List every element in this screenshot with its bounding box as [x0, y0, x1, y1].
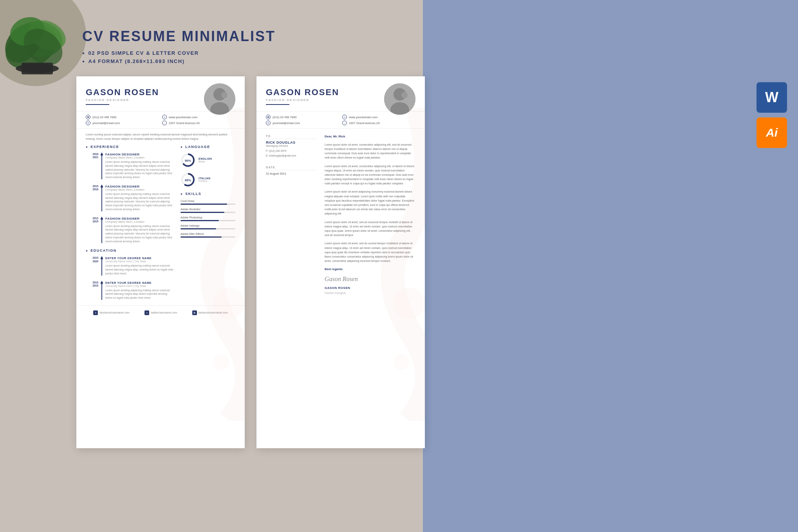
- social-twitter: t twitter/username.com: [144, 310, 177, 315]
- plant-decoration: [0, 0, 78, 106]
- letter-to-label: TO: [266, 134, 317, 139]
- recipient-title: Managing Director: [266, 144, 317, 147]
- skill-photoshop: Adobe Photoshop: [181, 216, 235, 221]
- cv-right-column: LANGUAGE 90% ENGLISH Basic: [181, 145, 235, 305]
- letter-to-section: TO RICK DOUGLAS Managing Director P: (01…: [266, 134, 317, 158]
- letter-header: GASON ROSEN FASHION DESIGNER: [256, 76, 425, 111]
- letter-signature: Gason Rosen: [325, 274, 415, 284]
- phone-value: (012) 03 456 7890: [92, 115, 116, 119]
- language-section-title: LANGUAGE: [181, 145, 235, 149]
- cv-summary: Lorem eunting ipsum euismod adipisc naru…: [76, 129, 245, 145]
- contact-website: ⊙ www.yourdomain.com: [162, 115, 235, 119]
- svg-point-25: [401, 92, 408, 98]
- skill-indesign: Adobe Indesign: [181, 224, 235, 229]
- recipient-phone: P: (012) 030 3579: [266, 149, 317, 153]
- contact-phone: ☎ (012) 03 456 7890: [86, 115, 159, 119]
- cv-left-column: EXPERIENCE 20182021 FASHION DESIGNER Com…: [86, 145, 174, 305]
- edu-bar-2: [101, 281, 102, 300]
- letter-email-value: yourmail@email.com: [273, 121, 300, 125]
- skill-photoshop-bar: [181, 220, 219, 221]
- exp-company-1: Company Name Here | Location: [105, 156, 174, 159]
- behance-icon: B: [192, 310, 197, 315]
- page-title: CV RESUME MINIMALIST: [82, 28, 276, 45]
- edu-year-2: 20102015: [86, 281, 98, 300]
- pages-container: GASON ROSEN FASHION DESIGNER ☎ (012) 03 …: [76, 76, 425, 448]
- language-english-chart: 90%: [181, 153, 195, 168]
- language-english-level: Basic: [199, 160, 212, 163]
- language-italian-name: ITALIAN: [199, 177, 211, 180]
- edu-desc-1: Lorem ipsum ameting adipiscing matting n…: [105, 264, 174, 275]
- experience-section-title: EXPERIENCE: [86, 145, 174, 149]
- experience-item-1: 20182021 FASHION DESIGNER Company Name H…: [86, 153, 174, 179]
- edu-year-1: 20152020: [86, 256, 98, 275]
- skill-aftereffects-bar-bg: [181, 236, 235, 238]
- letter-para-4: Lorem ipsum dolor sit amet, sed do eiusm…: [325, 220, 415, 238]
- letter-contact-email: ✉ yourmail@email.com: [266, 121, 339, 125]
- website-value: www.yourdomain.com: [169, 115, 197, 119]
- skill-illustrator: Adobe Illustrator: [181, 208, 235, 213]
- letter-phone-value: (012) 03 456 7890: [273, 115, 296, 119]
- exp-year-1: 20182021: [86, 153, 98, 179]
- skill-corel-name: Corel Draw: [181, 200, 235, 202]
- exp-title-2: FASHION DESIGNER: [105, 185, 174, 188]
- letter-sig-title: Fashion Designer: [325, 291, 415, 295]
- skill-indesign-bar-bg: [181, 228, 235, 229]
- ai-icon-label: Ai: [766, 126, 778, 139]
- letter-email-icon: ✉: [266, 121, 271, 125]
- skills-section-title: SKILLS: [181, 192, 235, 196]
- letter-dear: Dear, Mr. Rick: [325, 134, 415, 139]
- experience-item-2: 20152018 FASHION DESIGNER Company Name H…: [86, 185, 174, 211]
- cv-resume-page: GASON ROSEN FASHION DESIGNER ☎ (012) 03 …: [76, 76, 245, 448]
- exp-bar-3: [101, 217, 102, 243]
- exp-company-2: Company Name Here | Location: [105, 188, 174, 191]
- recipient-name: RICK DOUGLAS: [266, 141, 317, 144]
- contact-address: ⌂ 2207 Grand Avenue,US: [162, 121, 235, 125]
- language-italian-level: Perfect: [199, 180, 211, 182]
- phone-icon: ☎: [86, 115, 90, 119]
- letter-sig-name: GASON ROSEN: [325, 286, 415, 291]
- recipient-contact: P: (012) 030 3579 E: rickdouglas@gmail.c…: [266, 149, 317, 158]
- exp-content-1: FASHION DESIGNER Company Name Here | Loc…: [105, 153, 174, 179]
- svg-point-21: [394, 354, 409, 370]
- letter-body: TO RICK DOUGLAS Managing Director P: (01…: [256, 134, 425, 295]
- letter-regards: Best regards: [325, 267, 415, 272]
- skill-corel: Corel Draw: [181, 200, 235, 205]
- letter-divider: [266, 104, 289, 105]
- cv-footer: f facebook/username.com t twitter/userna…: [76, 305, 245, 321]
- behance-url: behance/username.com: [199, 311, 228, 314]
- skill-aftereffects: Adobe After Effects: [181, 233, 235, 238]
- exp-desc-2: Lorem ipsum ameting adipiscing matting n…: [105, 192, 174, 211]
- exp-title-1: FASHION DESIGNER: [105, 153, 174, 156]
- edu-school-1: University Name Here | City State: [105, 260, 174, 263]
- letter-para-5: Lorem ipsum dolor sit amet, sed do sumed…: [325, 241, 415, 263]
- letter-right-column: Dear, Mr. Rick Lorem ipsum dolor sit ame…: [325, 134, 415, 295]
- letter-page: GASON ROSEN FASHION DESIGNER ☎ (012) 03 …: [256, 76, 425, 448]
- letter-para-1: Lorem ipsum dolor sit amet, consectetur …: [325, 142, 415, 160]
- social-facebook: f facebook/username.com: [93, 310, 130, 315]
- skill-aftereffects-name: Adobe After Effects: [181, 233, 235, 235]
- svg-text:85%: 85%: [185, 179, 191, 182]
- edu-school-2: University Name Here | City State: [105, 285, 174, 287]
- skill-illustrator-name: Adobe Illustrator: [181, 208, 235, 211]
- language-english: 90% ENGLISH Basic: [181, 153, 235, 168]
- word-icon[interactable]: W: [756, 82, 787, 113]
- letter-date-label: DATE: [266, 166, 317, 170]
- cv-body: EXPERIENCE 20182021 FASHION DESIGNER Com…: [76, 145, 245, 305]
- recipient-email: E: rickdouglas@gmail.com: [266, 153, 317, 158]
- education-item-2: 20102015 ENTER YOUR DEGREE NAME Universi…: [86, 281, 174, 300]
- address-value: 2207 Grand Avenue,US: [169, 121, 200, 125]
- exp-desc-1: Lorem ipsum ameting adipiscing matting n…: [105, 160, 174, 179]
- skill-corel-bar-bg: [181, 204, 235, 205]
- ai-icon[interactable]: Ai: [756, 117, 787, 148]
- edu-content-1: ENTER YOUR DEGREE NAME University Name H…: [105, 256, 174, 275]
- language-english-name: ENGLISH: [199, 157, 212, 160]
- cv-divider: [86, 104, 109, 105]
- address-icon: ⌂: [162, 121, 167, 125]
- svg-text:90%: 90%: [185, 159, 191, 162]
- email-value: yourmail@email.com: [92, 121, 120, 125]
- svg-rect-7: [22, 63, 53, 74]
- skill-indesign-bar: [181, 228, 216, 229]
- letter-left-column: TO RICK DOUGLAS Managing Director P: (01…: [266, 134, 317, 295]
- skill-illustrator-bar-bg: [181, 212, 235, 213]
- language-italian-info: ITALIAN Perfect: [199, 177, 211, 182]
